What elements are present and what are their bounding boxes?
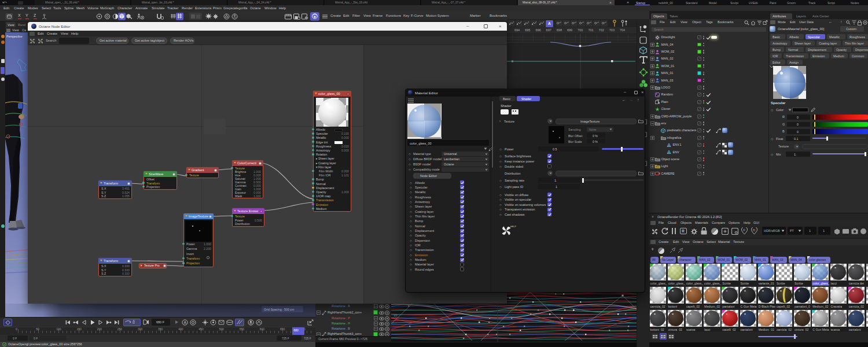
- svg-text:10: 10: [393, 313, 398, 317]
- svg-text:A: A: [183, 320, 186, 324]
- svg-text:H: H: [753, 228, 755, 231]
- svg-text:F: F: [743, 228, 745, 231]
